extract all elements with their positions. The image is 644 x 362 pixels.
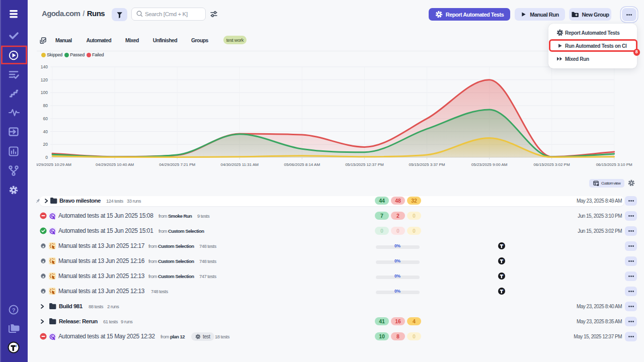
svg-text:05/15/2025 3:37 PM: 05/15/2025 3:37 PM [409,162,445,167]
svg-text:80: 80 [43,103,48,108]
svg-text:60: 60 [43,116,48,121]
svg-text:05/23/2025 9:00 AM: 05/23/2025 9:00 AM [471,162,508,167]
svg-text:04/29/2025 7:21 PM: 04/29/2025 7:21 PM [159,162,195,167]
svg-text:120: 120 [41,77,48,82]
svg-text:0: 0 [45,155,48,160]
svg-text:?: ? [12,307,16,313]
svg-text:06/15/2025 3:10 PM: 06/15/2025 3:10 PM [596,162,632,167]
svg-text:06/15/2025 3:02 PM: 06/15/2025 3:02 PM [534,162,570,167]
svg-text:05/06/2025 8:14 AM: 05/06/2025 8:14 AM [284,162,320,167]
svg-text:140: 140 [41,64,48,69]
svg-text:100: 100 [41,90,48,95]
svg-text:04/30/2025 11:31 AM: 04/30/2025 11:31 AM [220,162,259,167]
svg-text:04/29/2025 10:40 AM: 04/29/2025 10:40 AM [96,162,134,167]
svg-text:40: 40 [43,129,48,134]
svg-text:05/15/2025 12:37 PM: 05/15/2025 12:37 PM [345,162,384,167]
svg-text:20: 20 [43,142,48,147]
svg-text:04/29/2025 10:29 AM: 04/29/2025 10:29 AM [37,162,71,167]
